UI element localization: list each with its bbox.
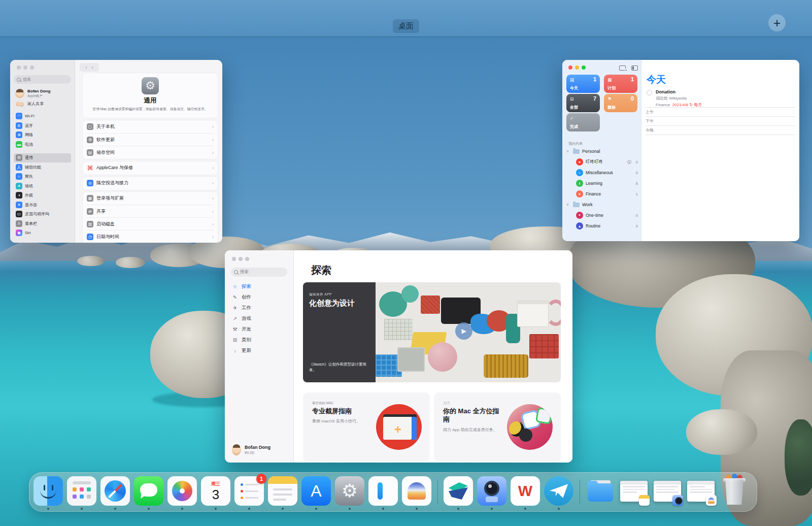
appstore-nav-create[interactable]: ✎创作 bbox=[229, 293, 289, 302]
story-card-screenshots[interactable]: 掌控你的 MAC 专业截屏指南 掌握 macOS 实用小技巧。 + bbox=[303, 392, 430, 462]
window-controls[interactable] bbox=[17, 65, 34, 70]
list-group-work[interactable]: ∨ Work bbox=[566, 200, 638, 210]
reminder-task-donation[interactable]: Donation 捐款给 Wikipedia Finance 2021/4/8 … bbox=[647, 89, 702, 108]
add-space-button[interactable]: + bbox=[768, 14, 786, 31]
dock-app-store[interactable]: A bbox=[301, 476, 331, 506]
settings-nav-battery[interactable]: ▬电池 bbox=[14, 140, 71, 149]
settings-row-airdrop[interactable]: ◎隔空投送与接力› bbox=[87, 177, 214, 189]
dock-minimized-window[interactable] bbox=[653, 476, 682, 506]
toggle-sidebar-icon[interactable] bbox=[631, 65, 638, 71]
settings-nav-bluetooth[interactable]: B蓝牙 bbox=[14, 121, 71, 130]
appstore-nav-categories[interactable]: ⊞类别 bbox=[229, 336, 289, 344]
dock-craft-app[interactable] bbox=[368, 476, 398, 506]
smart-list-completed[interactable]: ✓ 完成 bbox=[566, 113, 600, 132]
list-item[interactable]: ♥叮咚叮咚0 bbox=[566, 157, 638, 167]
settings-nav-network[interactable]: ⊕网络 bbox=[14, 130, 71, 140]
smart-list-scheduled[interactable]: ▦ 1 计划 bbox=[604, 75, 637, 93]
list-item[interactable]: ≈Miscellaneous0 bbox=[566, 168, 638, 178]
smart-list-flagged[interactable]: ⚑ 0 旗标 bbox=[604, 94, 637, 112]
dock-notes[interactable] bbox=[268, 476, 297, 506]
disclosure-icon[interactable]: ∨ bbox=[566, 203, 570, 207]
dock-minimized-window[interactable] bbox=[619, 476, 649, 506]
settings-family-row[interactable]: 家人共享 bbox=[14, 101, 71, 108]
dock-photos[interactable] bbox=[167, 476, 197, 506]
app-store-window[interactable]: 搜索 ☆探索 ✎创作 ✈工作 ↗游戏 ⚒开发 ⊞类别 ↓更新 Bofan Don… bbox=[225, 250, 572, 463]
settings-row-about[interactable]: ▢关于本机› bbox=[87, 120, 214, 133]
play-button[interactable]: ▶ bbox=[455, 322, 472, 340]
appstore-search-input[interactable]: 搜索 bbox=[231, 268, 287, 277]
back-forward-controls[interactable]: ‹ › bbox=[80, 63, 99, 72]
dock-bob-app[interactable] bbox=[477, 476, 506, 506]
settings-row-date-time[interactable]: ◷日期与时间› bbox=[87, 230, 214, 243]
finder-smile bbox=[40, 490, 56, 499]
system-settings-window[interactable]: 搜索 Bofan Dong Apple账户 家人共享 ◠Wi-Fi B蓝牙 ⊕网… bbox=[10, 60, 222, 243]
settings-nav-siri[interactable]: ◉Siri bbox=[14, 228, 71, 238]
family-label: 家人共享 bbox=[27, 101, 44, 107]
task-checkbox[interactable] bbox=[647, 90, 652, 95]
settings-nav-wallpaper[interactable]: ✦墙纸 bbox=[14, 181, 71, 191]
space-desktop[interactable]: 桌面 bbox=[393, 19, 419, 33]
settings-nav-desktop-dock[interactable]: ▭桌面与程序坞 bbox=[14, 210, 71, 219]
list-item[interactable]: ‖Learning6 bbox=[566, 178, 638, 188]
dock-trash[interactable] bbox=[720, 476, 749, 506]
wallpaper-icon: ✦ bbox=[16, 183, 22, 189]
add-list-icon[interactable] bbox=[619, 65, 626, 71]
dock-sunrise-app[interactable] bbox=[402, 476, 431, 506]
settings-row-software-update[interactable]: ⚙软件更新› bbox=[87, 133, 214, 146]
list-item[interactable]: ▲Routine0 bbox=[566, 221, 638, 231]
settings-nav-appearance[interactable]: ◑外观 bbox=[14, 191, 71, 201]
dock-messages[interactable] bbox=[134, 476, 163, 506]
settings-row-sharing[interactable]: ⇄共享› bbox=[87, 205, 214, 217]
dock-system-settings[interactable]: ⚙ bbox=[335, 476, 364, 506]
appstore-nav-develop[interactable]: ⚒开发 bbox=[229, 325, 289, 334]
dock-calendar[interactable]: 周三 3 bbox=[201, 476, 230, 506]
card-eyebrow: 掌控你的 MAC bbox=[312, 401, 430, 406]
settings-nav-spotlight[interactable]: ○聚焦 bbox=[14, 172, 71, 182]
settings-row-login-items[interactable]: ▦登录项与扩展› bbox=[87, 192, 214, 205]
appstore-account[interactable]: Bofan Dong ¥0.00 bbox=[232, 444, 270, 455]
dock-finder[interactable] bbox=[33, 476, 63, 506]
general-gear-icon: ⚙ bbox=[142, 77, 159, 94]
settings-row-storage[interactable]: ▤储存空间› bbox=[87, 146, 214, 158]
settings-nav-wifi[interactable]: ◠Wi-Fi bbox=[14, 112, 71, 121]
list-item[interactable]: ✦One-time0 bbox=[566, 210, 638, 220]
settings-nav-general[interactable]: ⚙通用 bbox=[14, 153, 71, 163]
list-count: 6 bbox=[636, 181, 638, 186]
settings-account-row[interactable]: Bofan Dong Apple账户 bbox=[14, 88, 71, 99]
blue-bar-icon bbox=[378, 482, 383, 500]
row-label: AppleCare 与保修 bbox=[96, 165, 133, 171]
dock-reminders[interactable]: 1 bbox=[234, 476, 264, 506]
reminders-window[interactable]: ▤ 1 今天 ▦ 1 计划 ⊟ 7 全部 ⚑ 0 旗标 ✓ 完成 bbox=[562, 60, 799, 241]
dock-wps-office[interactable]: W bbox=[511, 476, 540, 506]
appstore-nav-discover[interactable]: ☆探索 bbox=[229, 282, 289, 291]
settings-nav-displays[interactable]: ☀显示器 bbox=[14, 200, 71, 210]
settings-row-applecare[interactable]: ⌘AppleCare 与保修› bbox=[87, 161, 214, 174]
settings-nav-accessibility[interactable]: 人辅助功能 bbox=[14, 162, 71, 172]
featured-story-card[interactable]: ▶ 编辑推荐 APP 化创意为设计 《Sketch》让创作和原型设计更简单。 bbox=[303, 282, 561, 382]
task-title: Donation bbox=[656, 89, 702, 94]
list-item[interactable]: ¥Finance1 bbox=[566, 189, 638, 199]
settings-nav-menubar[interactable]: ≡菜单栏 bbox=[14, 219, 71, 228]
smart-list-all[interactable]: ⊟ 7 全部 bbox=[566, 94, 600, 112]
smart-list-today[interactable]: ▤ 1 今天 bbox=[566, 75, 600, 93]
dock-bird-app[interactable] bbox=[444, 476, 473, 506]
appstore-nav-games[interactable]: ↗游戏 bbox=[229, 314, 289, 323]
window-controls[interactable] bbox=[232, 257, 249, 261]
disclosure-icon[interactable]: ∨ bbox=[566, 149, 570, 153]
dock-safari[interactable] bbox=[100, 476, 130, 506]
settings-row-startup-disk[interactable]: ▥启动磁盘› bbox=[87, 217, 214, 230]
window-controls[interactable] bbox=[568, 65, 586, 70]
settings-search-input[interactable]: 搜索 bbox=[14, 75, 71, 84]
list-group-personal[interactable]: ∨ Personal bbox=[566, 146, 638, 156]
artwork-plus: + bbox=[394, 422, 401, 437]
appstore-nav-updates[interactable]: ↓更新 bbox=[229, 346, 289, 355]
dock-telegram[interactable] bbox=[544, 476, 573, 506]
dock-downloads-folder[interactable] bbox=[586, 476, 615, 506]
appstore-nav-work[interactable]: ✈工作 bbox=[229, 304, 289, 312]
back-icon[interactable]: ‹ bbox=[85, 64, 87, 70]
forward-icon[interactable]: › bbox=[92, 64, 93, 70]
dock-minimized-window[interactable] bbox=[686, 476, 716, 506]
story-card-mac-guide[interactable]: 入门 你的 Mac 全方位指南 得力 App 助你完成各类任务。 bbox=[434, 392, 561, 462]
dock-launchpad[interactable] bbox=[67, 476, 96, 506]
running-indicator bbox=[457, 508, 459, 510]
